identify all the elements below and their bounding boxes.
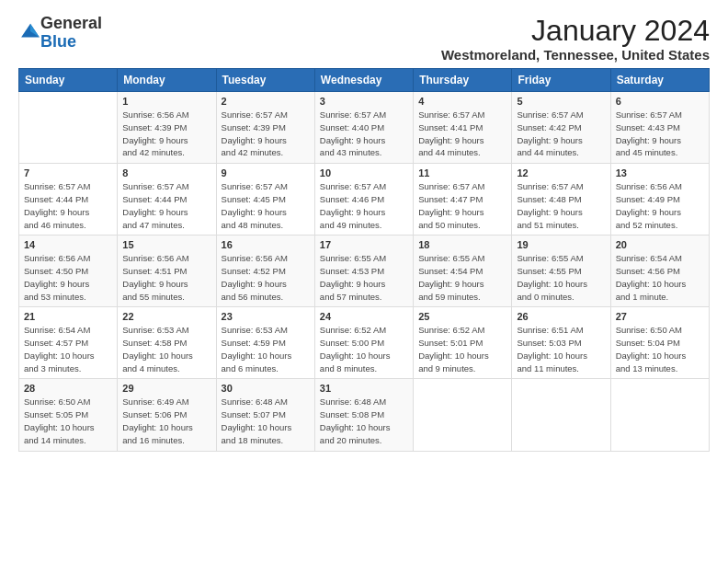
col-friday: Friday xyxy=(512,69,610,92)
day-number-1-4: 11 xyxy=(418,167,506,178)
col-tuesday: Tuesday xyxy=(216,69,314,92)
cell-3-1: 22Sunrise: 6:53 AM Sunset: 4:58 PM Dayli… xyxy=(118,307,216,379)
cell-1-3: 10Sunrise: 6:57 AM Sunset: 4:46 PM Dayli… xyxy=(314,164,413,236)
cell-0-0 xyxy=(19,92,118,164)
cell-2-0: 14Sunrise: 6:56 AM Sunset: 4:50 PM Dayli… xyxy=(19,236,118,307)
day-info-1-0: Sunrise: 6:57 AM Sunset: 4:44 PM Dayligh… xyxy=(24,180,112,231)
day-info-3-5: Sunrise: 6:51 AM Sunset: 5:03 PM Dayligh… xyxy=(517,324,605,374)
day-number-2-2: 16 xyxy=(222,239,310,250)
cell-1-5: 12Sunrise: 6:57 AM Sunset: 4:48 PM Dayli… xyxy=(512,164,610,236)
day-info-2-1: Sunrise: 6:56 AM Sunset: 4:51 PM Dayligh… xyxy=(122,252,210,303)
logo-icon xyxy=(20,21,40,41)
day-number-0-3: 3 xyxy=(320,96,408,107)
day-number-4-2: 30 xyxy=(222,383,310,394)
cell-0-3: 3Sunrise: 6:57 AM Sunset: 4:40 PM Daylig… xyxy=(314,92,413,164)
day-number-2-0: 14 xyxy=(24,239,112,250)
day-number-0-4: 4 xyxy=(418,96,506,107)
day-number-4-0: 28 xyxy=(24,383,112,394)
title-block: January 2024 Westmoreland, Tennessee, Un… xyxy=(441,15,710,63)
cell-4-6 xyxy=(610,379,709,451)
calendar-body: 1Sunrise: 6:56 AM Sunset: 4:39 PM Daylig… xyxy=(19,92,710,451)
day-number-3-0: 21 xyxy=(24,311,112,322)
page-container: General Blue January 2024 Westmoreland, … xyxy=(0,0,728,461)
day-info-2-6: Sunrise: 6:54 AM Sunset: 4:56 PM Dayligh… xyxy=(616,252,704,303)
day-number-4-1: 29 xyxy=(122,383,210,394)
day-info-2-2: Sunrise: 6:56 AM Sunset: 4:52 PM Dayligh… xyxy=(222,252,310,303)
day-info-0-5: Sunrise: 6:57 AM Sunset: 4:42 PM Dayligh… xyxy=(517,109,605,159)
week-row-3: 21Sunrise: 6:54 AM Sunset: 4:57 PM Dayli… xyxy=(19,307,710,379)
cell-4-4 xyxy=(414,379,512,451)
cell-0-4: 4Sunrise: 6:57 AM Sunset: 4:41 PM Daylig… xyxy=(414,92,512,164)
day-info-1-3: Sunrise: 6:57 AM Sunset: 4:46 PM Dayligh… xyxy=(320,180,408,231)
week-row-1: 7Sunrise: 6:57 AM Sunset: 4:44 PM Daylig… xyxy=(19,164,710,236)
day-number-2-5: 19 xyxy=(517,239,605,250)
day-number-3-5: 26 xyxy=(517,311,605,322)
day-number-1-3: 10 xyxy=(320,167,408,178)
day-number-1-0: 7 xyxy=(24,167,112,178)
day-info-1-5: Sunrise: 6:57 AM Sunset: 4:48 PM Dayligh… xyxy=(517,180,605,231)
day-info-3-3: Sunrise: 6:52 AM Sunset: 5:00 PM Dayligh… xyxy=(320,324,408,374)
col-monday: Monday xyxy=(118,69,216,92)
cell-2-2: 16Sunrise: 6:56 AM Sunset: 4:52 PM Dayli… xyxy=(216,236,314,307)
col-thursday: Thursday xyxy=(414,69,512,92)
cell-0-6: 6Sunrise: 6:57 AM Sunset: 4:43 PM Daylig… xyxy=(610,92,709,164)
cell-2-6: 20Sunrise: 6:54 AM Sunset: 4:56 PM Dayli… xyxy=(610,236,709,307)
day-number-1-5: 12 xyxy=(517,167,605,178)
logo-blue: Blue xyxy=(40,32,76,51)
day-number-2-1: 15 xyxy=(122,239,210,250)
cell-0-1: 1Sunrise: 6:56 AM Sunset: 4:39 PM Daylig… xyxy=(118,92,216,164)
day-number-3-3: 24 xyxy=(320,311,408,322)
day-number-3-4: 25 xyxy=(418,311,506,322)
header-row-days: Sunday Monday Tuesday Wednesday Thursday… xyxy=(19,69,710,92)
day-info-4-1: Sunrise: 6:49 AM Sunset: 5:06 PM Dayligh… xyxy=(122,396,210,446)
cell-4-5 xyxy=(512,379,610,451)
week-row-2: 14Sunrise: 6:56 AM Sunset: 4:50 PM Dayli… xyxy=(19,236,710,307)
day-info-2-4: Sunrise: 6:55 AM Sunset: 4:54 PM Dayligh… xyxy=(418,252,506,303)
day-info-4-2: Sunrise: 6:48 AM Sunset: 5:07 PM Dayligh… xyxy=(222,396,310,446)
day-number-2-3: 17 xyxy=(320,239,408,250)
day-info-0-6: Sunrise: 6:57 AM Sunset: 4:43 PM Dayligh… xyxy=(616,109,704,159)
day-info-0-2: Sunrise: 6:57 AM Sunset: 4:39 PM Dayligh… xyxy=(222,109,310,159)
col-sunday: Sunday xyxy=(19,69,118,92)
cell-3-3: 24Sunrise: 6:52 AM Sunset: 5:00 PM Dayli… xyxy=(314,307,413,379)
day-number-1-1: 8 xyxy=(122,167,210,178)
day-info-3-2: Sunrise: 6:53 AM Sunset: 4:59 PM Dayligh… xyxy=(222,324,310,374)
day-number-3-2: 23 xyxy=(222,311,310,322)
day-info-2-0: Sunrise: 6:56 AM Sunset: 4:50 PM Dayligh… xyxy=(24,252,112,303)
cell-2-5: 19Sunrise: 6:55 AM Sunset: 4:55 PM Dayli… xyxy=(512,236,610,307)
cell-4-1: 29Sunrise: 6:49 AM Sunset: 5:06 PM Dayli… xyxy=(118,379,216,451)
location-subtitle: Westmoreland, Tennessee, United States xyxy=(441,47,710,63)
cell-1-1: 8Sunrise: 6:57 AM Sunset: 4:44 PM Daylig… xyxy=(118,164,216,236)
logo: General Blue xyxy=(18,15,102,52)
cell-3-2: 23Sunrise: 6:53 AM Sunset: 4:59 PM Dayli… xyxy=(216,307,314,379)
day-info-3-1: Sunrise: 6:53 AM Sunset: 4:58 PM Dayligh… xyxy=(122,324,210,374)
day-info-0-4: Sunrise: 6:57 AM Sunset: 4:41 PM Dayligh… xyxy=(418,109,506,159)
day-info-1-2: Sunrise: 6:57 AM Sunset: 4:45 PM Dayligh… xyxy=(222,180,310,231)
cell-3-5: 26Sunrise: 6:51 AM Sunset: 5:03 PM Dayli… xyxy=(512,307,610,379)
col-saturday: Saturday xyxy=(610,69,709,92)
day-number-1-2: 9 xyxy=(222,167,310,178)
cell-2-4: 18Sunrise: 6:55 AM Sunset: 4:54 PM Dayli… xyxy=(414,236,512,307)
cell-4-2: 30Sunrise: 6:48 AM Sunset: 5:07 PM Dayli… xyxy=(216,379,314,451)
cell-2-3: 17Sunrise: 6:55 AM Sunset: 4:53 PM Dayli… xyxy=(314,236,413,307)
calendar-table: Sunday Monday Tuesday Wednesday Thursday… xyxy=(18,68,710,451)
day-info-4-0: Sunrise: 6:50 AM Sunset: 5:05 PM Dayligh… xyxy=(24,396,112,446)
logo-text: General Blue xyxy=(40,15,102,52)
day-number-0-6: 6 xyxy=(616,96,704,107)
day-info-1-1: Sunrise: 6:57 AM Sunset: 4:44 PM Dayligh… xyxy=(122,180,210,231)
week-row-4: 28Sunrise: 6:50 AM Sunset: 5:05 PM Dayli… xyxy=(19,379,710,451)
cell-3-6: 27Sunrise: 6:50 AM Sunset: 5:04 PM Dayli… xyxy=(610,307,709,379)
col-wednesday: Wednesday xyxy=(314,69,413,92)
day-number-1-6: 13 xyxy=(616,167,704,178)
day-info-2-5: Sunrise: 6:55 AM Sunset: 4:55 PM Dayligh… xyxy=(517,252,605,303)
day-info-0-3: Sunrise: 6:57 AM Sunset: 4:40 PM Dayligh… xyxy=(320,109,408,159)
day-number-2-4: 18 xyxy=(418,239,506,250)
day-number-4-3: 31 xyxy=(320,383,408,394)
logo-general: General xyxy=(40,14,102,32)
day-info-4-3: Sunrise: 6:48 AM Sunset: 5:08 PM Dayligh… xyxy=(320,396,408,446)
day-number-0-5: 5 xyxy=(517,96,605,107)
day-number-3-6: 27 xyxy=(616,311,704,322)
week-row-0: 1Sunrise: 6:56 AM Sunset: 4:39 PM Daylig… xyxy=(19,92,710,164)
day-info-3-0: Sunrise: 6:54 AM Sunset: 4:57 PM Dayligh… xyxy=(24,324,112,374)
day-info-2-3: Sunrise: 6:55 AM Sunset: 4:53 PM Dayligh… xyxy=(320,252,408,303)
